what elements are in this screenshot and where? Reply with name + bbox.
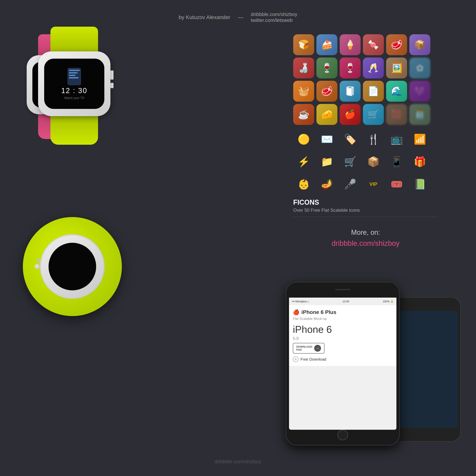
watermark: dribbble.com/shizboy xyxy=(215,459,261,465)
icon-meat-1: 🥩 xyxy=(386,34,407,55)
download-arrow-icon: → xyxy=(314,345,321,352)
item-number: ① xyxy=(293,357,299,362)
watch-round-body xyxy=(40,234,105,299)
small-icon-fork: 🍴 xyxy=(363,129,384,150)
free-download-text: Free Download xyxy=(300,357,326,362)
icon-doc: 📄 xyxy=(363,81,384,102)
iphone-main: ••• Мегафон ᵾ 12:00 100% 🔋 🍎 iPhone 6 Pl… xyxy=(286,282,400,445)
iphone-section: 7:50 100% ne 6 5,5' ••• Мегафон ᵾ 12:00 … xyxy=(286,282,457,453)
small-icon-wifi: 📶 xyxy=(409,129,430,150)
iphone-model: iPhone 6 xyxy=(293,324,393,335)
small-icon-ticket: 🎟️ xyxy=(386,174,407,195)
watch-round-crown xyxy=(35,264,40,269)
icon-wave: 🌊 xyxy=(386,81,407,102)
ficons-title: FICONS xyxy=(293,198,438,206)
icon-candy: 🍬 xyxy=(363,34,384,55)
band-green-top xyxy=(51,27,98,51)
header: by Kutuzov Alexander — dribbble.com/shiz… xyxy=(179,11,297,23)
iphone-size: 5,5' xyxy=(293,336,393,341)
small-icon-phone: 📱 xyxy=(386,151,407,172)
small-icon-mic: 🎤 xyxy=(340,174,361,195)
icons-grid-main: 🍞 🍰 🍦 🍬 🥩 📦 🍶 🍷 🍷 🥂 🖼️ ✿ 🧺 🥩 🧻 📄 🌊 💜 ☕ 🧀… xyxy=(293,34,438,125)
twitter-link[interactable]: twitter.com/letsweb xyxy=(251,17,297,23)
band-green-bottom xyxy=(51,116,98,145)
more-link[interactable]: dribbble.com/shizboy xyxy=(293,239,438,248)
icon-cheese: 🧀 xyxy=(316,104,337,125)
icon-glass: 🥂 xyxy=(363,57,384,78)
by-text: by Kutuzov Alexander xyxy=(179,14,230,20)
icon-box-1: 📦 xyxy=(409,34,430,55)
small-icons-row-2: ⚡ 📁 🛒 📦 📱 🎁 xyxy=(293,151,438,172)
small-icon-folder: 📁 xyxy=(316,151,337,172)
watch-button xyxy=(110,83,114,88)
icon-cart: 🛒 xyxy=(363,104,384,125)
small-icon-yellow-circle: 🟡 xyxy=(293,129,314,150)
icon-blurred-4: 🫙 xyxy=(409,104,430,125)
app-line-1 xyxy=(69,70,80,71)
ficons-subtitle: Over 50 Free Flat Scaleble icons xyxy=(293,207,438,213)
small-icon-lightning: ⚡ xyxy=(293,151,314,172)
iphone-logo-area: 🍎 iPhone 6 Plus xyxy=(293,309,393,315)
small-icon-tag: 🏷️ xyxy=(340,129,361,150)
more-section: More, on: dribbble.com/shizboy xyxy=(293,228,438,248)
watch-round-screen xyxy=(49,243,96,290)
iphone-title: iPhone 6 Plus xyxy=(301,309,337,315)
watch-round-container xyxy=(11,206,133,327)
dash: — xyxy=(238,14,243,20)
apple-logo: 🍎 xyxy=(293,309,300,315)
icon-cake: 🍰 xyxy=(316,34,337,55)
watch-screen-green: 12 : 30 Watch your TD xyxy=(44,59,104,109)
icon-wine-2: 🍷 xyxy=(340,57,361,78)
app-line-4 xyxy=(69,77,78,78)
icon-blurred-3: 🟫 xyxy=(386,104,407,125)
dribbble-link[interactable]: dribbble.com/shizboy xyxy=(251,11,297,17)
small-icon-book: 📗 xyxy=(409,174,430,195)
small-icon-package: 📦 xyxy=(363,151,384,172)
icon-blurred-1: ✿ xyxy=(409,57,430,78)
battery: 100% 🔋 xyxy=(383,300,393,303)
watch-green: 12 : 30 Watch your TD xyxy=(38,27,110,145)
watch-crown xyxy=(110,70,114,80)
more-on-text: More, on: xyxy=(293,228,438,237)
iphone-speaker xyxy=(335,289,350,290)
watch-round-band xyxy=(23,217,122,316)
header-links: dribbble.com/shizboy twitter.com/letsweb xyxy=(251,11,297,23)
iphone-subtitle: Flat Scalable Mock-up xyxy=(293,317,393,321)
icon-basket: 🧺 xyxy=(293,81,314,102)
iphone-content: 🍎 iPhone 6 Plus Flat Scalable Mock-up iP… xyxy=(289,305,396,366)
icon-bread: 🍞 xyxy=(293,34,314,55)
iphone-screen: ••• Мегафон ᵾ 12:00 100% 🔋 🍎 iPhone 6 Pl… xyxy=(289,298,396,430)
small-icons-row-1: 🟡 ✉️ 🏷️ 🍴 📺 📶 xyxy=(293,129,438,150)
icon-drink: 🍶 xyxy=(293,57,314,78)
icon-apple: 🍎 xyxy=(340,104,361,125)
watch-body-green: 12 : 30 Watch your TD xyxy=(38,51,110,116)
watch-round-button xyxy=(37,259,40,263)
small-icon-envelope: ✉️ xyxy=(316,129,337,150)
small-icon-lamp: 🪔 xyxy=(316,174,337,195)
watch-main-container: 12 : 30 Watch your TD xyxy=(27,27,131,160)
small-icon-tv: 📺 xyxy=(386,129,407,150)
small-icons-row-3: 👶 🪔 🎤 VIP 🎟️ 📗 xyxy=(293,174,438,195)
small-icon-baby: 👶 xyxy=(293,174,314,195)
small-icon-cart-sm: 🛒 xyxy=(340,151,361,172)
download-label: DOWNLOAD xyxy=(296,345,312,348)
ficons-divider xyxy=(293,217,438,217)
icon-icecream: 🍦 xyxy=(340,34,361,55)
app-line-3 xyxy=(69,75,75,76)
icon-blurred-2: 💜 xyxy=(409,81,430,102)
icon-coffee: ☕ xyxy=(293,104,314,125)
small-icon-vip: VIP xyxy=(363,174,384,195)
icon-paper: 🧻 xyxy=(340,81,361,102)
download-psd: PSD xyxy=(296,348,312,351)
free-download: ① Free Download xyxy=(293,357,393,362)
iphone-status-bar: ••• Мегафон ᵾ 12:00 100% 🔋 xyxy=(289,298,396,305)
icons-section: 🍞 🍰 🍦 🍬 🥩 📦 🍶 🍷 🍷 🥂 🖼️ ✿ 🧺 🥩 🧻 📄 🌊 💜 ☕ 🧀… xyxy=(293,34,438,217)
iphone-home-button[interactable] xyxy=(338,430,348,440)
download-button[interactable]: DOWNLOAD PSD → xyxy=(293,343,324,354)
watch-label: Watch your TD xyxy=(64,96,84,100)
watch-time: 12 : 30 xyxy=(61,87,87,95)
time: 12:00 xyxy=(342,300,349,303)
carrier: ••• Мегафон ᵾ xyxy=(292,300,309,303)
icon-wine: 🍷 xyxy=(316,57,337,78)
icon-meat-2: 🥩 xyxy=(316,81,337,102)
